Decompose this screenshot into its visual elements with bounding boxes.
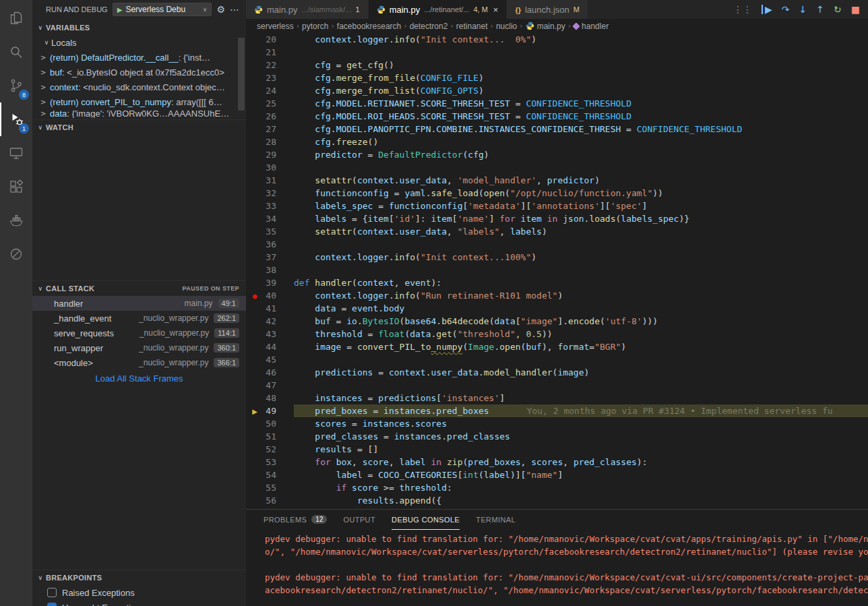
gutter[interactable]	[246, 379, 264, 392]
gutter[interactable]	[246, 494, 264, 507]
gutter[interactable]	[246, 392, 264, 404]
code-text[interactable]: results = []	[294, 443, 378, 456]
activity-remote-explorer[interactable]	[0, 136, 32, 170]
gutter[interactable]	[246, 302, 264, 315]
code-text[interactable]: context.logger.info("Run retinanet-R101 …	[294, 289, 563, 302]
gutter[interactable]	[246, 148, 264, 161]
call-stack-section-header[interactable]: ∨ CALL STACK PAUSED ON STEP	[32, 281, 246, 296]
code-text[interactable]: cfg.merge_from_list(CONFIG_OPTS)	[294, 84, 484, 97]
restart-button[interactable]: ↻	[834, 5, 842, 14]
variables-section-header[interactable]: ∨ VARIABLES	[32, 20, 246, 35]
console-output[interactable]: pydev debugger: unable to find translati…	[246, 530, 868, 605]
panel-tab-terminal[interactable]: TERMINAL	[476, 510, 516, 530]
breadcrumb-item[interactable]: pytorch	[302, 22, 328, 31]
breadcrumb-item[interactable]: serverless	[257, 22, 294, 31]
activity-circle-tool[interactable]	[0, 237, 32, 271]
gutter[interactable]	[246, 110, 264, 123]
code-text[interactable]: setattr(context.user_data, "labels", lab…	[294, 225, 547, 238]
panel-tab-output[interactable]: OUTPUT	[343, 510, 375, 530]
code-text[interactable]: label = COCO_CATEGORIES[int(label)]["nam…	[294, 468, 563, 481]
variable-row[interactable]: >context: <nuclio_sdk.context.Context ob…	[32, 80, 246, 94]
code-text[interactable]: labels_spec = functionconfig['metadata']…	[294, 200, 647, 212]
panel-tab-problems[interactable]: PROBLEMS12	[264, 510, 327, 530]
gutter[interactable]: ▶	[246, 404, 264, 417]
breadcrumb-item[interactable]: main.py	[526, 22, 565, 31]
tab-launch-json[interactable]: {}launch.jsonM	[507, 0, 588, 19]
gear-icon[interactable]: ⚙	[216, 4, 225, 15]
gutter[interactable]	[246, 315, 264, 328]
code-text[interactable]: cfg.merge_from_file(CONFIG_FILE)	[294, 71, 484, 84]
stop-button[interactable]: ■	[851, 5, 860, 14]
code-text[interactable]: data = event.body	[294, 302, 404, 315]
gutter[interactable]	[246, 366, 264, 379]
gutter[interactable]	[246, 340, 264, 353]
gutter[interactable]	[246, 161, 264, 174]
gutter[interactable]	[246, 212, 264, 225]
tab-main-py[interactable]: main.py.../siammask/...1	[246, 0, 369, 19]
breadcrumb-item[interactable]: handler	[574, 22, 609, 31]
code-text[interactable]: instances = predictions['instances']	[294, 392, 505, 404]
code-text[interactable]: cfg.MODEL.ROI_HEADS.SCORE_THRESH_TEST = …	[294, 110, 631, 123]
gutter[interactable]: ●	[246, 289, 264, 302]
code-text[interactable]: pred_boxes = instances.pred_boxes	[294, 404, 489, 417]
breadcrumb-item[interactable]: facebookresearch	[337, 22, 401, 31]
activity-source-control[interactable]: 8	[0, 69, 32, 102]
gutter[interactable]	[246, 200, 264, 212]
activity-search[interactable]	[0, 35, 32, 69]
panel-tab-debug-console[interactable]: DEBUG CONSOLE	[392, 510, 460, 530]
continue-button[interactable]: ▶	[762, 5, 772, 14]
step-over-button[interactable]: ↷	[782, 5, 790, 14]
activity-explorer[interactable]	[0, 1, 32, 35]
variable-row[interactable]: >(return) DefaultPredictor.__call__: {'i…	[32, 50, 246, 65]
close-icon[interactable]: ×	[493, 5, 499, 15]
more-actions-icon[interactable]: ⋯	[230, 4, 239, 15]
code-text[interactable]: if score >= threshold:	[294, 481, 452, 494]
gutter[interactable]	[246, 468, 264, 481]
step-out-button[interactable]: ↑	[816, 5, 824, 14]
gutter[interactable]	[246, 174, 264, 187]
code-text[interactable]: cfg.MODEL.PANOPTIC_FPN.COMBINE.INSTANCES…	[294, 123, 742, 135]
code-text[interactable]: functionconfig = yaml.safe_load(open("/o…	[294, 187, 663, 200]
gutter[interactable]	[246, 187, 264, 200]
gutter[interactable]	[246, 481, 264, 494]
code-text[interactable]: labels = {item['id']: item['name'] for i…	[294, 212, 689, 225]
variable-row[interactable]: >buf: <_io.BytesIO object at 0x7f5a2dc1e…	[32, 65, 246, 80]
load-all-stack-frames-link[interactable]: Load All Stack Frames	[32, 373, 246, 384]
drag-handle[interactable]: ⋮⋮	[733, 5, 752, 14]
breakpoints-section-header[interactable]: ∨ BREAKPOINTS	[32, 570, 246, 585]
gutter[interactable]	[246, 84, 264, 97]
code-text[interactable]: cfg = get_cfg()	[294, 59, 394, 71]
activity-extensions[interactable]	[0, 170, 32, 204]
gutter[interactable]	[246, 251, 264, 264]
breakpoint-row[interactable]: Raised Exceptions	[32, 585, 246, 600]
stack-frame-row[interactable]: _handle_event_nuclio_wrapper.py262:1	[32, 311, 246, 326]
gutter[interactable]	[246, 71, 264, 84]
step-into-button[interactable]: ↓	[799, 5, 807, 14]
stack-frame-row[interactable]: handlermain.py49:1	[32, 296, 246, 311]
gutter[interactable]	[246, 443, 264, 456]
code-text[interactable]: buf = io.BytesIO(base64.b64decode(data["…	[294, 315, 658, 328]
code-text[interactable]: results.append({	[294, 494, 441, 507]
watch-section-header[interactable]: ∨ WATCH	[32, 120, 246, 135]
code-text[interactable]: pred_classes = instances.pred_classes	[294, 430, 510, 443]
breakpoint-row[interactable]: ✓Uncaught Exceptions	[32, 600, 246, 606]
code-text[interactable]: for box, score, label in zip(pred_boxes,…	[294, 456, 647, 468]
code-text[interactable]: def handler(context, event):	[294, 276, 441, 289]
breadcrumb-item[interactable]: nuclio	[496, 22, 517, 31]
breadcrumb-item[interactable]: retinanet	[456, 22, 488, 31]
gutter[interactable]	[246, 123, 264, 135]
stack-frame-row[interactable]: serve_requests_nuclio_wrapper.py114:1	[32, 326, 246, 340]
gutter[interactable]	[246, 353, 264, 366]
gutter[interactable]	[246, 97, 264, 110]
checkbox[interactable]: ✓	[47, 603, 57, 606]
locals-scope-row[interactable]: ∨ Locals	[32, 35, 246, 50]
code-text[interactable]: cfg.freeze()	[294, 135, 378, 148]
gutter[interactable]	[246, 135, 264, 148]
code-editor[interactable]: 20 context.logger.info("Init context... …	[246, 33, 868, 509]
code-text[interactable]: context.logger.info("Init context...100%…	[294, 251, 536, 264]
code-text[interactable]: image = convert_PIL_to_numpy(Image.open(…	[294, 340, 626, 353]
gutter[interactable]	[246, 276, 264, 289]
gutter[interactable]	[246, 328, 264, 340]
code-text[interactable]: predictions = context.user_data.model_ha…	[294, 366, 589, 379]
breadcrumb-item[interactable]: detectron2	[410, 22, 448, 31]
